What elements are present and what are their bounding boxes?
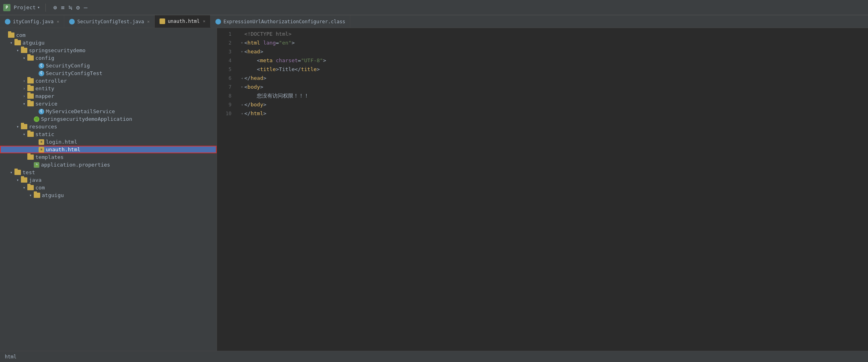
code-line-7: ▾ <body> (240, 83, 868, 92)
tree-item-service[interactable]: ▾ service (0, 100, 217, 108)
folder-icon (27, 78, 34, 83)
minimize-icon[interactable]: — (84, 4, 88, 11)
tab-close-button[interactable]: ✕ (147, 19, 149, 24)
collapse-icon[interactable]: ≒ (68, 4, 72, 11)
tab-close-button[interactable]: ✕ (57, 19, 59, 24)
main-area: com ▾ atguigu ▾ springsecuritydemo ▾ con… (0, 28, 868, 351)
item-label: com (16, 32, 25, 38)
item-label: entity (35, 85, 54, 92)
arrow-icon: › (21, 94, 27, 98)
fold-gutter[interactable]: ▾ (240, 83, 244, 92)
tree-item-my-service-detail[interactable]: C MyServiceDetailService (0, 108, 217, 115)
item-label: test (23, 169, 35, 175)
java-file-icon: C (39, 109, 44, 114)
folder-icon (21, 48, 27, 53)
item-label: SpringsecuritydemoApplication (41, 116, 132, 122)
settings-icon[interactable]: ⚙ (76, 4, 80, 11)
tab-unauth-html[interactable]: unauth.html ✕ (155, 15, 211, 28)
tab-html-icon (160, 18, 165, 24)
fold-gutter[interactable]: ◂ (240, 74, 244, 83)
folder-icon (8, 33, 14, 38)
item-label: MyServiceDetailService (46, 108, 115, 114)
arrow-icon: ▾ (21, 102, 27, 106)
code-line-5: <title>Title</title> (240, 65, 868, 74)
folder-icon (21, 124, 27, 129)
folder-icon (27, 101, 34, 106)
tree-item-static[interactable]: ▾ static (0, 130, 217, 138)
arrow-icon: ▾ (14, 124, 21, 129)
tree-item-com-test[interactable]: ▾ com (0, 184, 217, 191)
fold-gutter[interactable]: ▾ (240, 39, 244, 47)
tree-item-app-properties[interactable]: 🍃 application.properties (0, 161, 217, 169)
arrow-icon: ▾ (21, 185, 27, 190)
tab-expression-url[interactable]: ExpressionUrlAuthorizationConfigurer.cla… (211, 15, 350, 28)
tab-security-config-test[interactable]: SecurityConfigTest.java ✕ (64, 15, 155, 28)
top-bar: P Project ▾ ⊕ ≡ ≒ ⚙ — (0, 0, 868, 15)
language-label[interactable]: html (5, 354, 16, 360)
tree-item-atguigu-test[interactable]: ▾ atguigu (0, 191, 217, 199)
tree-item-atguigu[interactable]: ▾ atguigu (0, 39, 217, 47)
tree-item-resources[interactable]: ▾ resources (0, 123, 217, 130)
tree-item-springsecuritydemo[interactable]: ▾ springsecuritydemo (0, 47, 217, 54)
line-num-7: 7 (217, 83, 231, 92)
item-label: springsecuritydemo (29, 47, 86, 53)
fold-gutter[interactable]: ▾ (240, 47, 244, 56)
code-line-6: ◂ </head> (240, 74, 868, 83)
tree-item-mapper[interactable]: › mapper (0, 92, 217, 100)
arrow-icon: ▾ (21, 132, 27, 136)
tree-item-security-config-test[interactable]: C SecurityConfigTest (0, 69, 217, 77)
tab-label: unauth.html (168, 18, 199, 24)
tab-close-button[interactable]: ✕ (203, 19, 205, 23)
toolbar-icons: ⊕ ≡ ≒ ⚙ — (53, 4, 87, 11)
tree-item-login-html[interactable]: H login.html (0, 138, 217, 146)
folder-icon (27, 86, 34, 91)
tree-item-java-test[interactable]: ▾ java (0, 176, 217, 184)
folder-icon (27, 94, 34, 99)
folder-icon (27, 155, 34, 160)
item-label: SecurityConfig (46, 63, 90, 69)
project-label[interactable]: Project ▾ (14, 4, 40, 10)
tree-item-config[interactable]: ▾ config (0, 54, 217, 62)
code-line-4: <meta charset="UTF-8"> (240, 56, 868, 65)
item-label: com (35, 185, 45, 191)
tree-item-unauth-html[interactable]: H unauth.html (0, 146, 217, 153)
html-file-icon: H (39, 139, 44, 145)
item-label: application.properties (41, 162, 110, 168)
tab-label: ityConfig.java (13, 19, 53, 24)
tree-item-controller[interactable]: › controller (0, 77, 217, 85)
item-label: atguigu (42, 192, 64, 198)
code-text: 您没有访问权限！！！ (244, 92, 309, 100)
line-num-2: 2 (217, 39, 231, 47)
tab-security-config[interactable]: ityConfig.java ✕ (0, 15, 64, 28)
code-line-10: ◂ </html> (240, 109, 868, 118)
code-text: <head> (244, 47, 263, 56)
arrow-icon: › (21, 79, 27, 83)
props-file-icon: 🍃 (34, 162, 39, 168)
html-file-icon: H (39, 147, 44, 153)
fold-gutter[interactable]: ◂ (240, 109, 244, 118)
line-num-9: 9 (217, 100, 231, 109)
structure-icon[interactable]: ≡ (61, 4, 64, 11)
tree-item-security-config[interactable]: C SecurityConfig (0, 62, 217, 69)
tree-item-test[interactable]: ▾ test (0, 169, 217, 176)
add-icon[interactable]: ⊕ (53, 4, 57, 11)
tree-item-spring-app[interactable]: 🌿 SpringsecuritydemoApplication (0, 115, 217, 123)
code-line-2: ▾ <html lang="en"> (240, 39, 868, 47)
tree-item-templates[interactable]: templates (0, 153, 217, 161)
arrow-icon: ▾ (8, 170, 14, 175)
arrow-icon: ▾ (27, 193, 34, 197)
project-dropdown-arrow[interactable]: ▾ (37, 5, 40, 10)
fold-gutter[interactable]: ◂ (240, 100, 244, 109)
editor-area[interactable]: 1 2 3 4 5 6 7 8 9 10 <!DOCTYPE html> (217, 28, 868, 351)
tab-java-icon (5, 19, 10, 24)
code-line-3: ▾ <head> (240, 47, 868, 56)
tab-label: SecurityConfigTest.java (77, 19, 144, 24)
folder-icon (34, 193, 40, 198)
tree-item-com[interactable]: com (0, 31, 217, 39)
item-label: controller (35, 78, 67, 84)
tree-item-entity[interactable]: › entity (0, 85, 217, 92)
status-bar: html (0, 351, 868, 362)
code-content: 1 2 3 4 5 6 7 8 9 10 <!DOCTYPE html> (217, 28, 868, 351)
item-label: service (35, 101, 57, 107)
line-num-8: 8 (217, 92, 231, 100)
